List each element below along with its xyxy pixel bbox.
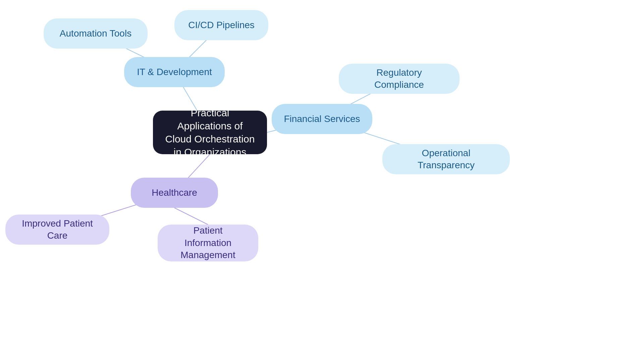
svg-line-8 — [174, 208, 208, 225]
itdev-node: IT & Development — [124, 57, 225, 87]
automation-node: Automation Tools — [44, 18, 148, 49]
operational-node: Operational Transparency — [382, 144, 510, 174]
financial-node: Financial Services — [272, 104, 372, 134]
patient-info-node: Patient Information Management — [158, 225, 258, 261]
regulatory-node: Regulatory Compliance — [339, 64, 460, 94]
cicd-node: CI/CD Pipelines — [174, 10, 268, 40]
healthcare-node: Healthcare — [131, 178, 218, 208]
center-node: Practical Applications of Cloud Orchestr… — [153, 111, 267, 154]
patient-care-node: Improved Patient Care — [5, 215, 109, 245]
